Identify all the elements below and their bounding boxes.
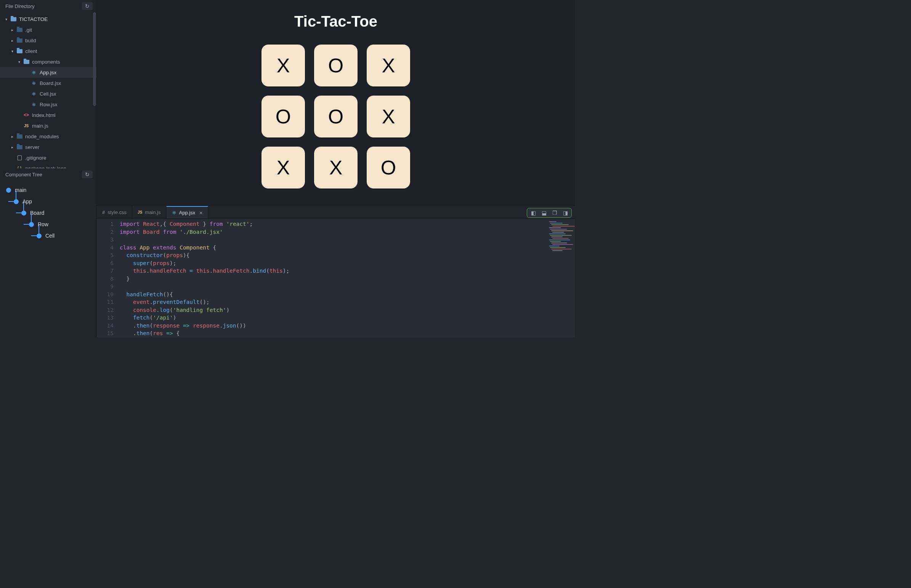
component-node-dot-icon <box>29 222 34 227</box>
file-tree-item-row-jsx[interactable]: ⚛Row.jsx <box>0 99 96 110</box>
code-line[interactable]: } <box>120 275 575 283</box>
file-tree-item-server[interactable]: ▸server <box>0 142 96 152</box>
component-tree-refresh-button[interactable]: ↻ <box>82 171 92 178</box>
code-line[interactable]: .then(response => response.json()) <box>120 322 575 330</box>
code-line[interactable]: class App extends Component { <box>120 244 575 252</box>
game-cell[interactable]: O <box>261 95 305 137</box>
file-tree-item-tictactoe[interactable]: ▾TICTACTOE <box>0 14 96 24</box>
file-tree-item-label: .git <box>25 27 32 33</box>
code-line[interactable]: fetch('/api') <box>120 314 575 322</box>
editor-tab-app-jsx[interactable]: ⚛App.jsx× <box>167 206 209 219</box>
game-cell[interactable]: O <box>314 95 358 137</box>
file-tree-item-label: build <box>25 38 36 44</box>
preview-title: Tic-Tac-Toe <box>294 13 378 30</box>
react-icon: ⚛ <box>31 80 37 86</box>
code-line[interactable] <box>120 283 575 291</box>
game-cell[interactable]: O <box>367 147 410 189</box>
file-tree[interactable]: ▾TICTACTOE▸.git▸build▾client▾components⚛… <box>0 12 96 168</box>
file-tree-item-build[interactable]: ▸build <box>0 35 96 46</box>
file-tree-item-node-modules[interactable]: ▸node_modules <box>0 131 96 142</box>
component-tree-item-row[interactable]: Row <box>4 219 92 230</box>
line-number: 15 <box>97 330 113 338</box>
react-icon: ⚛ <box>31 102 37 107</box>
code-line[interactable]: super(props); <box>120 259 575 267</box>
board-row: XOX <box>261 45 410 86</box>
component-tree-item-label: Row <box>38 221 49 227</box>
component-tree-item-board[interactable]: Board <box>4 207 92 219</box>
file-tree-item-label: components <box>32 59 60 65</box>
sidebar: File Directory ↻ ▾TICTACTOE▸.git▸build▾c… <box>0 0 97 338</box>
preview-pane: Tic-Tac-Toe XOXOOXXXO <box>97 0 575 206</box>
file-tree-item-main-js[interactable]: JSmain.js <box>0 120 96 131</box>
file-tree-item-app-jsx[interactable]: ⚛App.jsx <box>0 67 96 78</box>
code-line[interactable]: .then(res => { <box>120 330 575 338</box>
file-tree-item--git[interactable]: ▸.git <box>0 24 96 35</box>
code-line[interactable]: import Board from './Board.jsx' <box>120 228 575 236</box>
code-line[interactable]: this.handleFetch = this.handleFetch.bind… <box>120 267 575 275</box>
file-tree-item-label: server <box>25 144 40 150</box>
editor-code[interactable]: import React,{ Component } from 'react';… <box>120 219 575 338</box>
panel-left-button[interactable]: ◧ <box>529 209 538 217</box>
editor-tab-style-css[interactable]: #style.css <box>97 206 132 219</box>
js-icon: JS <box>23 124 30 128</box>
editor-tab-main-js[interactable]: JSmain.js <box>132 206 166 219</box>
file-tree-item-label: Cell.jsx <box>40 91 57 97</box>
component-tree[interactable]: mainAppBoardRowCell <box>0 181 96 245</box>
chevron-right-icon: ▸ <box>11 39 16 43</box>
file-tree-item-components[interactable]: ▾components <box>0 57 96 67</box>
code-editor[interactable]: 123456789101112131415 import React,{ Com… <box>97 219 575 338</box>
game-cell[interactable]: X <box>367 95 410 137</box>
component-tree-item-app[interactable]: App <box>4 196 92 207</box>
file-tree-item-label: node_modules <box>25 134 59 139</box>
file-tree-scrollbar[interactable] <box>93 12 96 168</box>
file-tree-item-client[interactable]: ▾client <box>0 46 96 57</box>
react-icon: ⚛ <box>172 210 177 216</box>
close-icon[interactable]: × <box>199 210 203 216</box>
line-number: 11 <box>97 298 113 306</box>
code-line[interactable]: event.preventDefault(); <box>120 298 575 306</box>
editor-gutter: 123456789101112131415 <box>97 219 120 338</box>
component-tree-item-cell[interactable]: Cell <box>4 230 92 241</box>
chevron-right-icon: ▸ <box>11 134 16 139</box>
panel-bottom-button[interactable]: ⬓ <box>539 209 548 217</box>
line-number: 5 <box>97 251 113 259</box>
file-tree-item-cell-jsx[interactable]: ⚛Cell.jsx <box>0 88 96 99</box>
game-cell[interactable]: O <box>314 45 358 86</box>
code-line[interactable] <box>120 236 575 244</box>
code-line[interactable]: handleFetch(){ <box>120 291 575 299</box>
html-icon: <> <box>23 112 30 118</box>
folder-icon <box>16 28 23 32</box>
component-node-dot-icon <box>21 211 26 216</box>
file-tree-item-package-lock-json[interactable]: { }package-lock.json <box>0 163 96 168</box>
file-tree-item-label: Row.jsx <box>40 102 58 107</box>
game-cell[interactable]: X <box>261 45 305 86</box>
game-cell[interactable]: X <box>314 147 358 189</box>
component-node-dot-icon <box>37 233 42 238</box>
code-line[interactable]: console.log('handling fetch') <box>120 306 575 314</box>
line-number: 9 <box>97 283 113 291</box>
editor-tab-label: App.jsx <box>179 210 196 216</box>
component-tree-item-main[interactable]: main <box>4 184 92 196</box>
file-tree-item-label: .gitignore <box>25 155 47 161</box>
panel-right-button[interactable]: ◨ <box>561 209 570 217</box>
line-number: 1 <box>97 220 113 228</box>
code-line[interactable]: constructor(props){ <box>120 251 575 259</box>
code-line[interactable]: import React,{ Component } from 'react'; <box>120 220 575 228</box>
game-cell[interactable]: X <box>367 45 410 86</box>
game-cell[interactable]: X <box>261 147 305 189</box>
file-tree-item-index-html[interactable]: <>index.html <box>0 110 96 120</box>
panel-multi-button[interactable]: ❐ <box>550 209 559 217</box>
file-tree-scrollbar-thumb[interactable] <box>93 12 96 106</box>
chevron-down-icon: ▾ <box>11 49 16 53</box>
file-tree-item--gitignore[interactable]: .gitignore <box>0 152 96 163</box>
file-tree-item-board-jsx[interactable]: ⚛Board.jsx <box>0 78 96 88</box>
file-directory-title: File Directory <box>5 3 35 9</box>
line-number: 4 <box>97 244 113 252</box>
editor-minimap[interactable] <box>548 221 572 258</box>
refresh-icon: ↻ <box>85 3 89 9</box>
component-tree-item-label: Cell <box>45 233 55 239</box>
file-tree-item-label: index.html <box>32 112 56 118</box>
folder-icon <box>23 60 30 64</box>
file-directory-refresh-button[interactable]: ↻ <box>82 2 92 10</box>
component-tree-header: Component Tree ↻ <box>0 168 96 181</box>
